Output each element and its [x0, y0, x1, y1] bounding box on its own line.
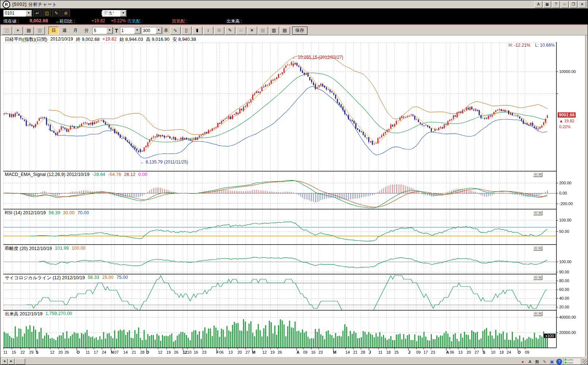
- ime-mode-kanji-icon[interactable]: 般: [534, 359, 540, 365]
- minute-dropdown[interactable]: 5▼: [92, 27, 113, 34]
- tick-dropdown-arrow-icon[interactable]: ▼: [134, 27, 140, 34]
- x-axis-label: 18: [499, 350, 504, 354]
- x-axis-label: 20: [58, 350, 63, 354]
- bar-count-dropdown[interactable]: 300▼: [142, 27, 162, 34]
- zoom-icon[interactable]: ⌖: [13, 27, 23, 35]
- font-size-button[interactable]: A: [534, 1, 542, 8]
- header-segment: 0.00: [138, 172, 147, 177]
- panel-kairi-close-button[interactable]: ×: [538, 246, 542, 251]
- t-label: T: [114, 28, 119, 34]
- titlebar-buttons: A▦?─❐✕: [534, 1, 586, 8]
- period-button-日[interactable]: 日: [49, 27, 59, 35]
- sort-arrows-icon[interactable]: ↕: [203, 27, 213, 35]
- x-axis-label: 23: [431, 350, 435, 354]
- scroll-right-button[interactable]: ►: [8, 358, 15, 365]
- scrollbar-thumb[interactable]: [15, 358, 25, 365]
- x-axis-label: 13: [458, 350, 463, 354]
- y-axis-label: 90.00: [559, 270, 569, 274]
- resize-grip[interactable]: [583, 359, 587, 364]
- line-chart-icon[interactable]: ∿: [170, 27, 181, 35]
- caps-led-icon: [565, 359, 566, 361]
- change-pct: +0.22%: [111, 18, 126, 23]
- header-segment: 100.00: [71, 246, 85, 252]
- pencil-icon[interactable]: ✎: [225, 27, 235, 35]
- x-axis-label: 24: [507, 350, 511, 354]
- header-segment: 安 8,940.38: [173, 36, 196, 43]
- binoculars-icon[interactable]: ◫: [43, 9, 51, 17]
- bar-count-dropdown-arrow-icon[interactable]: ▼: [156, 27, 162, 34]
- tick-dropdown[interactable]: 1▼: [120, 27, 141, 34]
- app-window: R [5002] 分析チャート A▦?─❐✕ 0101 ▼ ↵◫✎⊘ 指数* ▼…: [0, 0, 588, 365]
- period-button-月[interactable]: 月: [70, 27, 81, 35]
- page-copy-icon[interactable]: ▥: [269, 27, 279, 35]
- period-button-週[interactable]: 週: [59, 27, 70, 35]
- panel-rsi-close-button[interactable]: ×: [538, 211, 542, 215]
- price-chart-canvas[interactable]: [0, 35, 588, 357]
- window-title: [5002] 分析チャート: [12, 1, 57, 8]
- save-button[interactable]: 保存: [292, 27, 307, 35]
- grid-icon[interactable]: ⊞: [214, 27, 224, 35]
- panel-psych-close-button[interactable]: ×: [538, 275, 542, 280]
- page-paste-icon[interactable]: ▤: [280, 27, 290, 35]
- ime-help-icon[interactable]: ?: [556, 359, 562, 365]
- ime-mode-a-icon[interactable]: A: [527, 359, 533, 365]
- x-axis-label: 15: [12, 350, 16, 354]
- symbol-dropdown-arrow-icon[interactable]: ▼: [26, 10, 32, 16]
- minute-dropdown-value: 5: [94, 28, 96, 33]
- ask-label: 売気配 :: [127, 18, 143, 24]
- panel-header-macd: MACD_EMA_Signal (12,26,9) 2012/10/19-28.…: [3, 172, 149, 177]
- x-axis-month-label: O: [518, 350, 521, 354]
- y-axis-label: 40000.00: [559, 315, 576, 319]
- close-button[interactable]: ✕: [578, 1, 586, 8]
- x-axis-label: 17: [423, 350, 428, 354]
- high-annotation: ← 10,255.15 (2012/03/27): [292, 55, 343, 60]
- x-axis-label: 19: [166, 350, 171, 354]
- quote-bar: 現在値 : 9,002.68 →前日比 : +19.82 +0.22% 売気配 …: [0, 17, 588, 24]
- chart-area: 日経平均(指数)(日間)2012/10/19終 9,002.68+19.82始 …: [0, 35, 588, 357]
- page-back-icon[interactable]: ▤: [24, 27, 34, 35]
- category-dropdown-arrow-icon[interactable]: ▼: [120, 10, 126, 16]
- ime-status-icon[interactable]: ●: [520, 359, 526, 365]
- x-axis-label: 12: [158, 350, 162, 354]
- symbol-code-input[interactable]: 0101 ▼: [3, 10, 32, 17]
- maximize-button[interactable]: ❐: [569, 1, 577, 8]
- x-axis-label: 28: [140, 350, 144, 354]
- help-button[interactable]: ?: [552, 1, 560, 8]
- y-axis-label: 80.00: [559, 278, 569, 283]
- enter-icon[interactable]: ↵: [33, 9, 42, 17]
- minimize-button[interactable]: ─: [561, 1, 569, 8]
- scroll-left-button[interactable]: ◄: [1, 358, 8, 365]
- ime-pad-icon[interactable]: ▣: [549, 359, 555, 365]
- volume-chart-icon[interactable]: ▮: [192, 27, 202, 35]
- candlestick-chart-icon[interactable]: ▯: [181, 27, 192, 35]
- x-axis-month-label: D: [146, 350, 149, 354]
- symbol-code-value: 0101: [5, 11, 15, 16]
- period-button-分[interactable]: 分: [81, 27, 92, 35]
- edit-icon[interactable]: ✎: [52, 9, 61, 17]
- tick-dropdown-value: 1: [121, 28, 124, 33]
- eraser-icon[interactable]: ▱: [236, 27, 246, 35]
- window-style-button[interactable]: ▦: [543, 1, 551, 8]
- system-tray: ●A般✎▣?CAPSKANA: [520, 358, 581, 365]
- x-axis-label: 13: [228, 350, 233, 354]
- header-segment: +19.82: [102, 36, 117, 43]
- minute-dropdown-arrow-icon[interactable]: ▼: [107, 27, 113, 34]
- pen-off-icon[interactable]: ⊘: [62, 9, 70, 17]
- x-axis-month-label: S: [36, 350, 38, 354]
- delete-icon[interactable]: ✕: [247, 27, 257, 35]
- header-segment: 25.00: [102, 275, 113, 281]
- x-axis-month-label: 12: [183, 350, 187, 354]
- current-price-tag: 9002.68: [558, 112, 576, 118]
- kana-led-icon: [565, 362, 566, 364]
- y-axis-label: 10000.00: [559, 69, 576, 74]
- binoculars-icon[interactable]: ◫: [2, 27, 12, 35]
- layout-dropdown-icon[interactable]: ▤: [258, 27, 268, 35]
- y-axis-label: -200.00: [559, 201, 573, 206]
- x-axis-label: 24: [102, 350, 106, 354]
- panel-macd-close-button[interactable]: ×: [538, 172, 542, 177]
- page-forward-icon[interactable]: ▥: [35, 27, 45, 35]
- x-axis-label: 17: [94, 350, 98, 354]
- panel-volume-close-button[interactable]: ×: [538, 311, 542, 316]
- ime-pen-icon[interactable]: ✎: [542, 359, 548, 365]
- y-axis-label: 50.00: [559, 229, 569, 234]
